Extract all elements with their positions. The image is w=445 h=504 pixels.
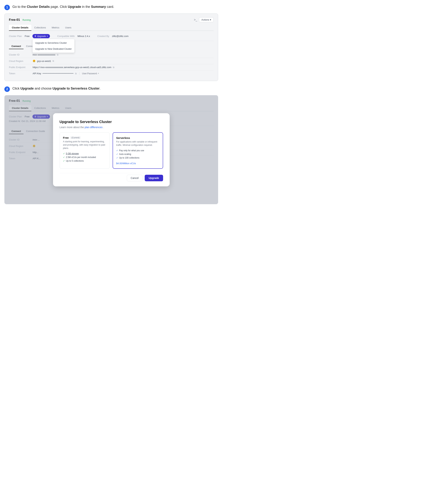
cluster-header-right-1: >_ Actions ▾ — [194, 17, 213, 22]
field-value-cloud-region: gcp-us-west1 ⧉ — [33, 59, 54, 62]
free-feature-3: ✓ Up to 5 collections — [63, 160, 106, 162]
plan-label: Cluster Plan — [9, 35, 22, 37]
free-feature-2: ✓ 2.5M vCUs per month included — [63, 156, 106, 159]
tabs-1: Cluster Details Collections Metrics User… — [9, 25, 213, 31]
field-value-token: API Key •••••••••••••••••••••••••• ⧉ Use… — [33, 72, 99, 75]
step2-text: Click Upgrade and choose Upgrade to Serv… — [12, 86, 100, 91]
serverless-feature-3: ✓ Up to 100 collections — [116, 157, 159, 159]
cluster-plan-item: Cluster Plan Free ⬆ Upgrade ▾ Upgrade to… — [9, 34, 50, 38]
serverless-plan-card[interactable]: Serverless For applications with variabl… — [113, 132, 163, 169]
cluster-name-1: Free-01 — [9, 18, 20, 21]
field-token-1: Token API Key ••••••••••••••••••••••••••… — [9, 71, 213, 76]
cluster-title-area: Free-01 Running — [9, 18, 31, 22]
created-by-item: Created By zilliz@zilliz.com — [97, 35, 129, 37]
actions-button-1[interactable]: Actions ▾ — [199, 17, 213, 22]
upgrade-modal: Upgrade to Serverless Cluster Learn more… — [53, 113, 170, 186]
dropdown-item-serverless[interactable]: Upgrade to Serverless Cluster — [33, 40, 74, 46]
step2-badge: 2 — [4, 87, 10, 92]
serverless-feature-1: ✓ Pay only for what you use — [116, 149, 159, 152]
field-endpoint-1: Public Endpoint https:// inxx-xxxxxxxxxx… — [9, 64, 213, 71]
copy-icon-region[interactable]: ⧉ — [53, 60, 54, 62]
summary-row-1: Cluster Plan Free ⬆ Upgrade ▾ Upgrade to… — [9, 34, 213, 38]
modal-upgrade-button[interactable]: Upgrade — [145, 175, 163, 181]
tab-cluster-details-1[interactable]: Cluster Details — [9, 25, 31, 31]
created-by-value: zilliz@zilliz.com — [112, 35, 129, 37]
panel2: Free-01 Running Cluster Details Collecti… — [4, 95, 218, 204]
field-value-endpoint: https:// inxx-xxxxxxxxxxxxxxx.serverless… — [33, 66, 115, 69]
plan-cards: Free (Current) A starting point for lear… — [59, 132, 163, 169]
field-label-endpoint: Public Endpoint — [9, 66, 33, 69]
field-value-cluster-id: inxx-xxxxxxxxxxxxxxx ⧉ — [33, 53, 58, 56]
free-plan-desc: A starting point for learning, experimen… — [63, 140, 106, 150]
cluster-status-1: Running — [22, 19, 31, 21]
free-plan-badge: (Current) — [70, 136, 81, 139]
step1-badge: 1 — [4, 5, 10, 10]
tab-metrics-1[interactable]: Metrics — [49, 25, 62, 31]
upgrade-button-1[interactable]: ⬆ Upgrade ▾ — [32, 34, 50, 38]
cancel-button[interactable]: Cancel — [127, 175, 142, 181]
step1-text: Go to the Cluster Details page. Click Up… — [12, 4, 114, 9]
field-label-token: Token — [9, 72, 33, 75]
compatible-value: Milvus 2.4.x — [77, 35, 90, 37]
serverless-plan-desc: For applications with variable or infreq… — [116, 140, 159, 147]
field-label-cloud-region: Cloud Region — [9, 60, 33, 62]
plan-value: Free — [25, 35, 30, 37]
compatible-with-item: Compatible With Milvus 2.4.x — [57, 35, 90, 37]
tab-users-1[interactable]: Users — [62, 25, 74, 31]
panel1: Free-01 Running >_ Actions ▾ Cluster Det… — [4, 14, 218, 81]
dropdown-item-dedicated[interactable]: Upgrade to New Dedicated Cluster — [33, 46, 74, 52]
compatible-label: Compatible With — [57, 35, 75, 37]
serverless-price: $4.00/Million vCUs — [116, 162, 159, 165]
user-pass-link[interactable]: User:Password ↗ — [82, 72, 99, 75]
connect-tab-connect-1[interactable]: Connect — [9, 43, 23, 49]
serverless-plan-title: Serverless — [116, 136, 159, 139]
modal-footer: Cancel Upgrade — [59, 173, 163, 181]
upgrade-arrow-1: ▾ — [47, 35, 48, 37]
step1-intro: 1 Go to the Cluster Details page. Click … — [4, 4, 218, 10]
copy-icon-endpoint[interactable]: ⧉ — [113, 66, 115, 69]
token-dots: •••••••••••••••••••••••••• — [43, 72, 74, 75]
tab-collections-1[interactable]: Collections — [31, 25, 49, 31]
field-label-cluster-id: Cluster ID — [9, 53, 33, 56]
modal-title: Upgrade to Serverless Cluster — [59, 120, 163, 124]
modal-subtitle: Learn more about the plan differences . — [59, 126, 163, 129]
gcp-icon — [33, 59, 36, 62]
terminal-icon-1[interactable]: >_ — [194, 18, 197, 21]
upgrade-dropdown-1: Upgrade to Serverless Cluster Upgrade to… — [32, 39, 75, 53]
plan-differences-link[interactable]: plan differences — [85, 126, 103, 129]
created-by-label: Created By — [97, 35, 109, 37]
free-plan-title: Free (Current) — [63, 136, 106, 139]
svg-point-1 — [34, 61, 35, 62]
cluster-header-1: Free-01 Running >_ Actions ▾ — [9, 17, 213, 22]
page-wrapper: 1 Go to the Cluster Details page. Click … — [0, 0, 223, 215]
free-feature-1: ✓ 5 GB storage — [63, 152, 106, 155]
step2-intro: 2 Click Upgrade and choose Upgrade to Se… — [4, 86, 218, 92]
copy-icon-token[interactable]: ⧉ — [75, 72, 77, 75]
serverless-feature-2: ✓ Auto-scaling — [116, 153, 159, 155]
free-plan-card[interactable]: Free (Current) A starting point for lear… — [59, 132, 110, 169]
field-cloud-region-1: Cloud Region gcp-us-west1 ⧉ — [9, 58, 213, 64]
copy-icon-cluster-id[interactable]: ⧉ — [57, 54, 58, 56]
